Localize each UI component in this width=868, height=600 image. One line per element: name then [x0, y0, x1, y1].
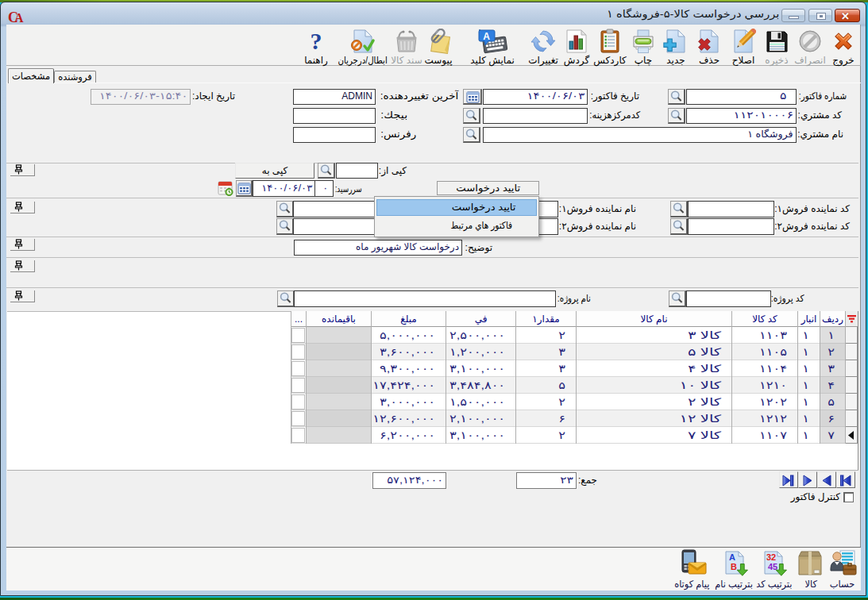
svg-text:B: B: [731, 562, 737, 571]
svg-text:?: ?: [311, 29, 322, 54]
svg-text:A: A: [729, 552, 735, 562]
svg-text:A: A: [483, 31, 490, 42]
svg-text:32: 32: [766, 552, 776, 562]
